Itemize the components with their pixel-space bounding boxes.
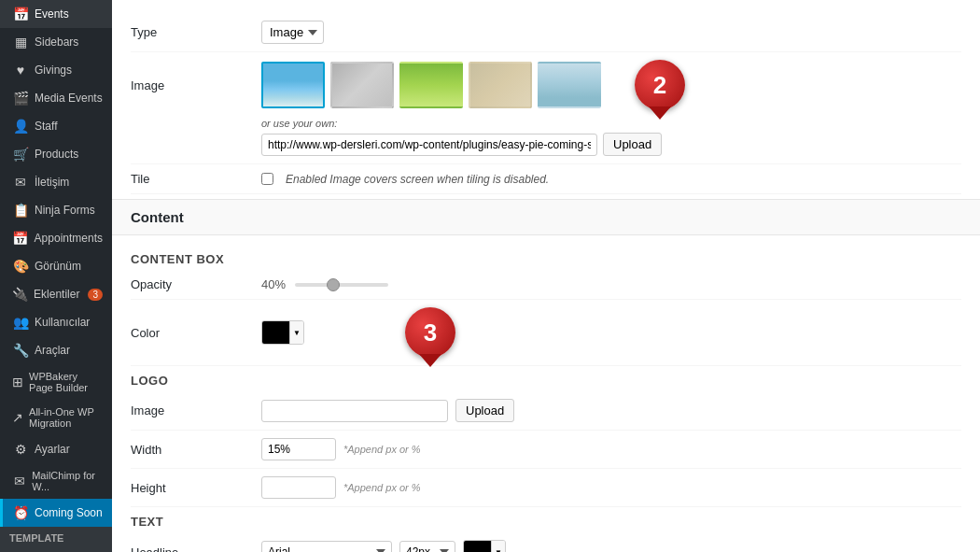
eklentiler-badge: 3 bbox=[88, 289, 103, 301]
sidebar-item-ninja-forms[interactable]: 📋 Ninja Forms bbox=[0, 196, 112, 224]
type-control: Image Color Video bbox=[261, 21, 961, 44]
sidebar-item-label: Media Events bbox=[35, 92, 103, 105]
tile-checkbox[interactable] bbox=[261, 173, 273, 185]
image-label: Image bbox=[131, 78, 261, 92]
kullanicilar-icon: 👥 bbox=[12, 315, 29, 330]
type-label: Type bbox=[131, 25, 261, 39]
sidebar-sub-settings[interactable]: Settings bbox=[0, 546, 112, 552]
gorunum-icon: 🎨 bbox=[12, 259, 29, 274]
givings-icon: ♥ bbox=[12, 63, 29, 78]
badge-2: 2 bbox=[635, 60, 685, 110]
headline-font-select[interactable]: Arial Times New Roman Helvetica bbox=[261, 541, 392, 552]
logo-width-control: *Append px or % bbox=[261, 438, 961, 460]
tile-row: Tile Enabled Image covers screen when ti… bbox=[131, 164, 961, 194]
thumb-gray[interactable] bbox=[330, 62, 394, 108]
text-header: TEXT bbox=[131, 507, 961, 532]
thumb-ocean[interactable] bbox=[538, 62, 601, 108]
sidebar-item-givings[interactable]: ♥ Givings bbox=[0, 56, 112, 84]
color-label: Color bbox=[131, 326, 261, 340]
logo-height-hint: *Append px or % bbox=[343, 482, 421, 493]
sidebar-item-label: All-in-One WP Migration bbox=[29, 406, 103, 429]
sidebar-item-coming-soon[interactable]: ⏰ Coming Soon bbox=[0, 499, 112, 527]
opacity-slider[interactable] bbox=[295, 283, 388, 287]
headline-size-select[interactable]: 42px 36px 48px bbox=[399, 541, 455, 552]
sidebar-item-label: Givings bbox=[35, 64, 72, 77]
color-control: ▼ 3 bbox=[261, 307, 961, 358]
opacity-row: Opacity 40% bbox=[131, 270, 961, 300]
thumb-beige[interactable] bbox=[469, 62, 532, 108]
sidebar-item-ayarlar[interactable]: ⚙ Ayarlar bbox=[0, 435, 112, 463]
tile-label: Tile bbox=[131, 172, 261, 186]
sidebar-item-allinone[interactable]: ↗ All-in-One WP Migration bbox=[0, 400, 112, 435]
headline-label: Headline bbox=[131, 545, 261, 553]
opacity-label: Opacity bbox=[131, 277, 261, 291]
sidebar-item-iletisim[interactable]: ✉ İletişim bbox=[0, 168, 112, 196]
image-section: Type Image Color Video Image bbox=[112, 0, 980, 199]
content-section: CONTENT BOX Opacity 40% Color ▼ bbox=[112, 235, 980, 552]
allinone-icon: ↗ bbox=[12, 410, 23, 425]
sidebar-item-label: Sidebars bbox=[35, 35, 78, 49]
content-box-header: CONTENT BOX bbox=[131, 245, 961, 270]
thumb-sky[interactable] bbox=[261, 62, 325, 108]
sidebar-item-label: Coming Soon bbox=[35, 506, 103, 519]
sidebar-item-mailchimp[interactable]: ✉ MailChimp for W... bbox=[0, 463, 112, 499]
type-row: Type Image Color Video bbox=[131, 13, 961, 52]
color-swatch-dropdown[interactable]: ▼ bbox=[289, 321, 303, 344]
logo-width-input[interactable] bbox=[261, 438, 336, 460]
wpbakery-icon: ⊞ bbox=[12, 375, 23, 389]
sidebar-item-media-events[interactable]: 🎬 Media Events bbox=[0, 84, 112, 112]
media-events-icon: 🎬 bbox=[12, 91, 29, 106]
iletisim-icon: ✉ bbox=[12, 175, 29, 190]
opacity-value: 40% bbox=[261, 277, 286, 291]
headline-color bbox=[464, 541, 491, 552]
products-icon: 🛒 bbox=[12, 147, 29, 162]
sidebar-item-araclar[interactable]: 🔧 Araçlar bbox=[0, 336, 112, 364]
events-icon: 📅 bbox=[12, 7, 29, 21]
sidebar-item-label: Araçlar bbox=[35, 344, 70, 357]
sidebar-item-events[interactable]: 📅 Events bbox=[0, 0, 112, 28]
template-label: Template bbox=[0, 527, 112, 546]
sidebar-item-gorunum[interactable]: 🎨 Görünüm bbox=[0, 252, 112, 280]
sidebar-item-kullanicilar[interactable]: 👥 Kullanıcılar bbox=[0, 308, 112, 336]
logo-header: LOGO bbox=[131, 366, 961, 391]
image-row: Image bbox=[131, 52, 961, 164]
sidebar-item-label: Eklentiler bbox=[34, 288, 79, 301]
color-swatch-wrapper[interactable]: ▼ bbox=[261, 320, 304, 345]
image-thumbnails: 2 bbox=[261, 60, 685, 110]
headline-color-dropdown[interactable]: ▼ bbox=[491, 541, 505, 552]
content-section-header: Content bbox=[112, 199, 980, 235]
sidebar-item-products[interactable]: 🛒 Products bbox=[0, 140, 112, 168]
tile-hint: Enabled Image covers screen when tiling … bbox=[286, 173, 549, 186]
sidebar-item-label: Products bbox=[35, 148, 78, 161]
badge-3: 3 bbox=[405, 307, 455, 358]
own-url-input[interactable] bbox=[261, 134, 597, 156]
sidebar-item-label: Ninja Forms bbox=[35, 204, 95, 217]
logo-height-input[interactable] bbox=[261, 476, 336, 499]
logo-height-row: Height *Append px or % bbox=[131, 469, 961, 507]
color-row: Color ▼ 3 bbox=[131, 300, 961, 366]
type-select[interactable]: Image Color Video bbox=[261, 21, 324, 44]
thumb-grass[interactable] bbox=[399, 62, 463, 108]
logo-image-input[interactable] bbox=[261, 400, 448, 422]
logo-upload-button[interactable]: Upload bbox=[455, 399, 514, 422]
logo-width-row: Width *Append px or % bbox=[131, 431, 961, 469]
sidebar-item-sidebars[interactable]: ▦ Sidebars bbox=[0, 28, 112, 56]
sidebar-item-staff[interactable]: 👤 Staff bbox=[0, 112, 112, 140]
sidebar-item-label: Görünüm bbox=[35, 260, 81, 273]
logo-width-label: Width bbox=[131, 443, 261, 457]
image-upload-button[interactable]: Upload bbox=[603, 133, 662, 156]
sidebar-item-eklentiler[interactable]: 🔌 Eklentiler 3 bbox=[0, 280, 112, 308]
headline-color-swatch[interactable]: ▼ bbox=[463, 540, 506, 552]
sidebar-item-appointments[interactable]: 📅 Appointments bbox=[0, 224, 112, 252]
headline-row: Headline Arial Times New Roman Helvetica… bbox=[131, 532, 961, 552]
sidebar-item-wpbakery[interactable]: ⊞ WPBakery Page Builder bbox=[0, 364, 112, 400]
tile-control: Enabled Image covers screen when tiling … bbox=[261, 173, 961, 186]
content-panel: Type Image Color Video Image bbox=[112, 0, 980, 552]
appointments-icon: 📅 bbox=[12, 231, 29, 246]
sidebar-item-label: Staff bbox=[35, 120, 57, 133]
ninja-forms-icon: 📋 bbox=[12, 203, 29, 218]
logo-image-row: Image Upload bbox=[131, 391, 961, 431]
sidebar-item-label: Events bbox=[35, 7, 69, 21]
opacity-control: 40% bbox=[261, 277, 961, 291]
logo-image-control: Upload bbox=[261, 399, 961, 422]
